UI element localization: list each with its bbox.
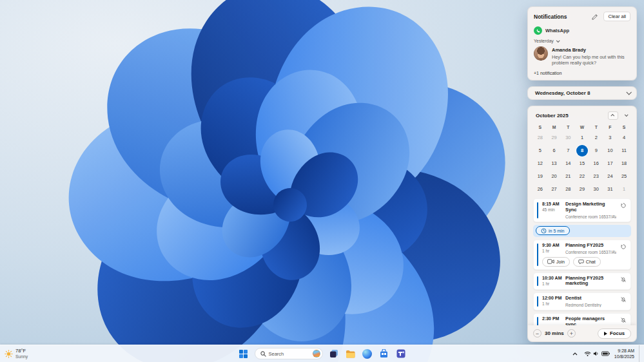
calendar-day[interactable]: 26 [534, 184, 546, 195]
event-row: 2:30 PMPeople managers sync [542, 316, 627, 325]
store-button[interactable] [378, 348, 390, 359]
agenda-event[interactable]: 9:30 AM1 hrPlanning FY2025Conference roo… [533, 240, 631, 270]
calendar-day[interactable]: 17 [604, 158, 616, 169]
calendar-day[interactable]: 28 [562, 184, 574, 195]
sun-icon [5, 350, 13, 358]
calendar-grid-headers: SMTWTFS [528, 123, 636, 131]
time-until-event-badge[interactable]: in 5 min [536, 226, 570, 235]
calendar-day[interactable]: 19 [534, 171, 546, 182]
calendar-day[interactable]: 9 [590, 145, 602, 157]
calendar-day[interactable]: 7 [562, 145, 574, 157]
teams-button[interactable] [395, 348, 407, 359]
calendar-day[interactable]: 24 [604, 171, 616, 182]
more-notifications-link[interactable]: +1 notification [534, 71, 630, 75]
event-location: Redmond Dentistry [565, 303, 616, 307]
agenda-event[interactable]: 12:00 PM1 hrDentistRedmond Dentistry [533, 292, 631, 310]
volume-icon [593, 350, 600, 357]
clock-time: 9:28 AM [614, 348, 634, 354]
event-accent-bar [537, 276, 539, 287]
calendar-day[interactable]: 16 [590, 158, 602, 169]
clock-widget[interactable]: 9:28 AM 10/8/2025 [614, 348, 634, 360]
weather-temp: 78°F [15, 348, 28, 354]
calendar-day[interactable]: 29 [576, 184, 588, 195]
task-view-button[interactable] [328, 348, 340, 359]
edge-button[interactable] [362, 348, 373, 359]
event-time: 8:15 AM [542, 202, 562, 206]
calendar-day[interactable]: 31 [604, 184, 616, 195]
clear-all-button[interactable]: Clear all [603, 12, 630, 21]
calendar-day[interactable]: 12 [534, 158, 546, 169]
date-bar[interactable]: Wednesday, October 8 [527, 86, 637, 100]
notification-item[interactable]: Amanda Brady Hey! Can you help me out wi… [534, 46, 630, 66]
calendar-day[interactable]: 30 [590, 184, 602, 195]
file-explorer-button[interactable] [345, 348, 356, 359]
join-button-label: Join [556, 260, 565, 264]
weather-widget[interactable]: 78°F Sunny [5, 345, 28, 362]
calendar-day[interactable]: 21 [562, 171, 574, 182]
chat-button[interactable]: Chat [573, 257, 601, 267]
task-view-icon [329, 349, 338, 358]
calendar-day[interactable]: 14 [562, 158, 574, 169]
event-accent-bar [537, 296, 539, 307]
event-duration: 45 min [542, 207, 562, 212]
notification-settings-icon[interactable] [590, 12, 600, 21]
calendar-day-selected[interactable]: 8 [576, 145, 588, 157]
notification-app-group[interactable]: WhatsApp [534, 26, 630, 35]
agenda-event[interactable]: 8:15 AM45 minDesign Marketing SyncConfer… [533, 198, 631, 222]
notifications-header: Notifications Clear all [534, 12, 630, 21]
search-placeholder: Search [269, 351, 310, 357]
calendar-day[interactable]: 1 [576, 132, 588, 144]
event-time: 2:30 PM [542, 316, 562, 321]
calendar-day[interactable]: 13 [549, 158, 560, 169]
show-desktop-button[interactable] [639, 345, 641, 362]
bell-off-icon [620, 317, 627, 323]
decrease-duration-button[interactable]: − [533, 329, 542, 338]
calendar-day[interactable]: 2 [590, 132, 602, 144]
event-accent-bar [537, 202, 539, 218]
event-row: 8:15 AM45 minDesign Marketing SyncConfer… [542, 202, 627, 219]
desktop: Notifications Clear all WhatsApp Yesterd… [0, 0, 644, 362]
calendar-day[interactable]: 29 [549, 132, 560, 144]
edge-icon [362, 349, 372, 359]
calendar-next-month-button[interactable] [621, 111, 631, 120]
calendar-prev-month-button[interactable] [608, 111, 618, 120]
calendar-day[interactable]: 6 [549, 145, 560, 157]
calendar-day[interactable]: 28 [534, 132, 546, 144]
increase-duration-button[interactable]: + [567, 329, 576, 338]
taskbar: 78°F Sunny Search [0, 345, 644, 362]
calendar-day[interactable]: 22 [576, 171, 588, 182]
calendar-day[interactable]: 1 [618, 184, 630, 195]
event-status [620, 243, 627, 250]
recurrence-icon [620, 243, 627, 250]
hidden-icons-button[interactable] [571, 349, 580, 358]
start-button[interactable] [238, 348, 249, 359]
calendar-day[interactable]: 27 [549, 184, 560, 195]
calendar-weekday-header: T [561, 123, 575, 131]
calendar-day[interactable]: 10 [604, 145, 616, 157]
calendar-day[interactable]: 15 [576, 158, 588, 169]
calendar-day[interactable]: 20 [549, 171, 560, 182]
event-duration: 1 hr [542, 249, 562, 253]
event-duration: 1 hr [542, 281, 562, 286]
focus-button[interactable]: Focus [598, 329, 631, 339]
calendar-day[interactable]: 3 [604, 132, 616, 144]
search-input[interactable]: Search [255, 348, 323, 359]
bing-daily-icon[interactable] [313, 350, 320, 357]
calendar-day[interactable]: 4 [618, 132, 630, 144]
join-button[interactable]: Join [542, 257, 570, 267]
teams-icon [396, 349, 405, 358]
calendar-day[interactable]: 11 [618, 145, 630, 157]
calendar-day[interactable]: 18 [618, 158, 630, 169]
event-status [620, 317, 627, 323]
notification-group-toggle[interactable]: Yesterday [534, 39, 630, 43]
agenda-event[interactable]: 2:30 PMPeople managers sync [533, 313, 631, 325]
collapse-calendar-button[interactable] [624, 88, 633, 97]
quick-settings-button[interactable] [584, 350, 610, 357]
event-title: Design Marketing Sync [565, 202, 616, 213]
agenda-event[interactable]: 10:30 AM1 hrPlanning FY2025 marketing [533, 272, 631, 291]
calendar-day[interactable]: 5 [534, 145, 546, 157]
calendar-day[interactable]: 25 [618, 171, 630, 182]
event-main: Planning FY2025 marketing [565, 276, 616, 287]
calendar-day[interactable]: 23 [590, 171, 602, 182]
calendar-day[interactable]: 30 [562, 132, 574, 144]
